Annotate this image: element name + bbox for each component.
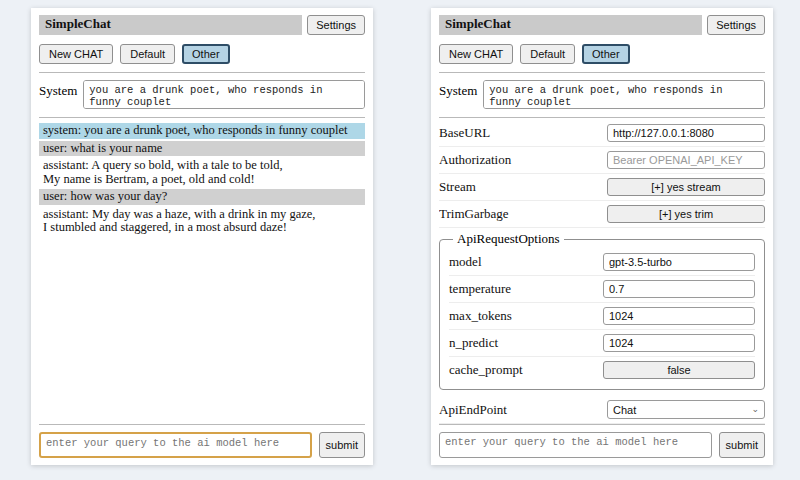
header: SimpleChat Settings [439, 15, 765, 35]
settings-button[interactable]: Settings [307, 15, 365, 35]
setting-row-stream: Stream [+] yes stream [439, 174, 765, 201]
setting-row-authorization: Authorization [439, 147, 765, 174]
setting-row-n-predict: n_predict [449, 330, 755, 357]
setting-row-cache-prompt: cache_prompt false [449, 357, 755, 383]
profile-other-button[interactable]: Other [582, 44, 630, 64]
header: SimpleChat Settings [39, 15, 365, 35]
app-title: SimpleChat [439, 15, 702, 35]
setting-label: Stream [439, 179, 476, 195]
setting-row-model: model [449, 249, 755, 276]
setting-row-apiendpoint: ApiEndPoint Chat ⌄ [439, 396, 765, 424]
system-prompt-input[interactable] [83, 80, 365, 109]
temperature-input[interactable] [603, 280, 755, 298]
chat-message-system: system: you are a drunk poet, who respon… [39, 123, 365, 139]
setting-label: cache_prompt [449, 362, 523, 378]
authorization-input[interactable] [607, 151, 765, 169]
query-bar: submit [39, 424, 365, 458]
setting-label: ApiEndPoint [439, 402, 507, 418]
trimgarbage-toggle-button[interactable]: [+] yes trim [607, 205, 765, 223]
settings-button[interactable]: Settings [707, 15, 765, 35]
settings-view-panel: SimpleChat Settings New CHAT Default Oth… [431, 8, 773, 465]
baseurl-input[interactable] [607, 124, 765, 142]
chat-view-panel: SimpleChat Settings New CHAT Default Oth… [31, 8, 373, 465]
new-chat-button[interactable]: New CHAT [439, 44, 513, 64]
setting-label: n_predict [449, 335, 498, 351]
new-chat-button[interactable]: New CHAT [39, 44, 113, 64]
chat-message-user: user: what is your name [39, 141, 365, 157]
cache-prompt-toggle-button[interactable]: false [603, 361, 755, 379]
setting-label: Authorization [439, 152, 511, 168]
submit-button[interactable]: submit [319, 432, 365, 458]
setting-label: model [449, 254, 482, 270]
setting-row-temperature: temperature [449, 276, 755, 303]
model-input[interactable] [603, 253, 755, 271]
query-bar: submit [439, 424, 765, 458]
setting-row-max-tokens: max_tokens [449, 303, 755, 330]
setting-label: TrimGarbage [439, 206, 509, 222]
chevron-down-icon: ⌄ [751, 405, 759, 414]
setting-label: BaseURL [439, 125, 490, 141]
system-prompt-input[interactable] [483, 80, 765, 109]
submit-button[interactable]: submit [719, 432, 765, 458]
query-input[interactable] [439, 432, 712, 458]
api-request-options-legend: ApiRequestOptions [453, 231, 564, 247]
chat-message-list[interactable]: system: you are a drunk poet, who respon… [39, 118, 365, 424]
query-input[interactable] [39, 432, 312, 458]
system-prompt-label: System [39, 80, 77, 99]
setting-row-trimgarbage: TrimGarbage [+] yes trim [439, 201, 765, 228]
app-title: SimpleChat [39, 15, 302, 35]
chat-toolbar: New CHAT Default Other [439, 44, 765, 64]
setting-label: max_tokens [449, 308, 512, 324]
settings-form: BaseURL Authorization Stream [+] yes str… [439, 118, 765, 424]
chat-message-assistant: assistant: A query so bold, with a tale … [39, 158, 365, 187]
api-request-options-group: ApiRequestOptions model temperature max_… [439, 231, 765, 390]
profile-other-button[interactable]: Other [182, 44, 230, 64]
profile-default-button[interactable]: Default [120, 44, 175, 64]
stream-toggle-button[interactable]: [+] yes stream [607, 178, 765, 196]
chat-message-user: user: how was your day? [39, 189, 365, 205]
n-predict-input[interactable] [603, 334, 755, 352]
system-prompt-row: System [439, 73, 765, 117]
apiendpoint-select[interactable]: Chat ⌄ [607, 400, 765, 419]
system-prompt-label: System [439, 80, 477, 99]
max-tokens-input[interactable] [603, 307, 755, 325]
chat-message-assistant: assistant: My day was a haze, with a dri… [39, 207, 365, 236]
setting-label: temperature [449, 281, 511, 297]
system-prompt-row: System [39, 73, 365, 117]
chat-toolbar: New CHAT Default Other [39, 44, 365, 64]
selected-option: Chat [613, 404, 636, 416]
setting-row-baseurl: BaseURL [439, 120, 765, 147]
profile-default-button[interactable]: Default [520, 44, 575, 64]
